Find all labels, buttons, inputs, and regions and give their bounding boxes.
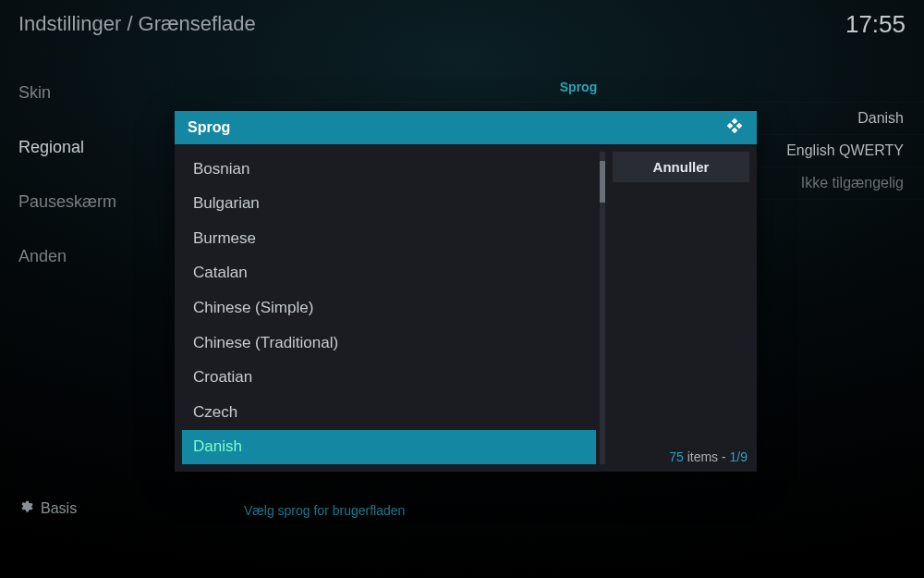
dialog-title: Sprog — [188, 119, 230, 136]
list-item[interactable]: Bulgarian — [182, 187, 596, 222]
setting-value: Ikke tilgængelig — [801, 175, 904, 191]
clock: 17:55 — [845, 10, 906, 39]
list-item[interactable]: Chinese (Simple) — [182, 290, 596, 326]
list-item[interactable]: Croatian — [182, 360, 596, 395]
cancel-button[interactable]: Annuller — [613, 152, 749, 182]
setting-description: Vælg sprog for brugerfladen — [244, 503, 405, 518]
list-item[interactable]: Burmese — [182, 221, 596, 256]
kodi-logo-icon — [725, 117, 744, 139]
item-counter: 75 items - 1/9 — [613, 446, 749, 464]
list-item[interactable]: Chinese (Traditional) — [182, 326, 596, 361]
language-list[interactable]: BosnianBulgarianBurmeseCatalanChinese (S… — [182, 152, 596, 464]
scrollbar[interactable] — [600, 152, 605, 464]
list-item[interactable]: Catalan — [182, 256, 596, 291]
setting-value: English QWERTY — [786, 142, 904, 159]
setting-value: Danish — [857, 110, 904, 127]
list-item[interactable]: Danish — [182, 430, 596, 465]
dialog-header: Sprog — [175, 111, 757, 144]
list-item[interactable]: Czech — [182, 395, 596, 430]
list-item[interactable]: Bosnian — [182, 152, 596, 187]
language-dialog: Sprog BosnianBulgarianBurmeseCatalanChin… — [175, 111, 757, 472]
scrollbar-thumb[interactable] — [600, 161, 605, 203]
settings-level-label: Basis — [41, 500, 77, 517]
gear-icon — [18, 499, 33, 518]
section-heading: Sprog — [233, 72, 924, 103]
sidebar-item-skin[interactable]: Skin — [0, 74, 222, 112]
settings-level[interactable]: Basis — [18, 499, 77, 518]
breadcrumb: Indstillinger / Grænseflade — [18, 12, 256, 36]
